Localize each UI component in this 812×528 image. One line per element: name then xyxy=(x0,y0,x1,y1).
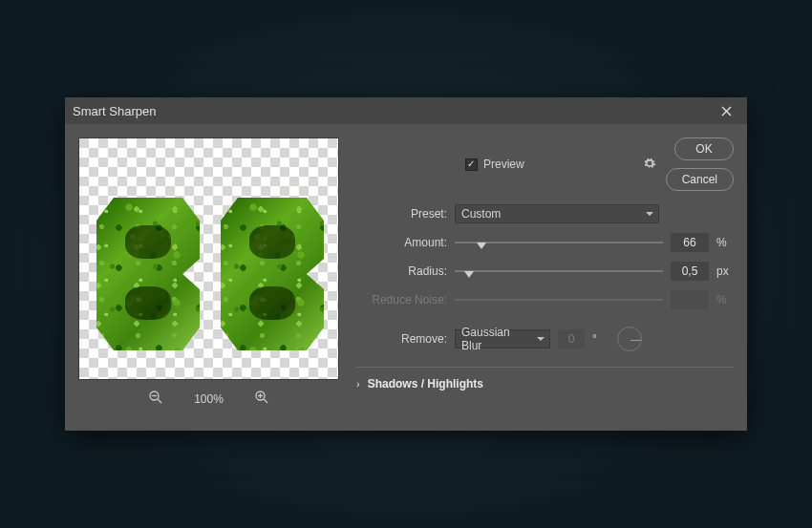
radius-input[interactable]: 0,5 xyxy=(671,262,709,281)
remove-angle-input: 0 xyxy=(558,329,585,348)
radius-slider[interactable] xyxy=(455,262,663,281)
radius-unit: px xyxy=(716,264,734,278)
smart-sharpen-dialog: Smart Sharpen 100% xyxy=(65,97,747,431)
reduce-noise-unit: % xyxy=(716,293,734,306)
chevron-right-icon: › xyxy=(356,378,360,390)
shadows-highlights-section[interactable]: › Shadows / Highlights xyxy=(356,377,734,391)
reduce-noise-slider xyxy=(455,290,663,309)
amount-unit: % xyxy=(716,236,734,249)
titlebar: Smart Sharpen xyxy=(65,97,747,124)
radius-row: Radius: 0,5 px xyxy=(356,258,734,285)
preview-image[interactable] xyxy=(78,137,339,380)
svg-line-1 xyxy=(158,399,161,403)
angle-dial[interactable] xyxy=(617,327,642,351)
preview-checkbox-label: Preview xyxy=(483,158,524,171)
divider xyxy=(356,367,734,368)
preset-row: Preset: Custom xyxy=(356,201,734,227)
reduce-noise-row: Reduce Noise: % xyxy=(356,286,734,313)
remove-row: Remove: Gaussian Blur 0 ° xyxy=(356,323,734,355)
svg-line-4 xyxy=(264,399,267,403)
preset-label: Preset: xyxy=(356,207,447,221)
section-label: Shadows / Highlights xyxy=(368,377,483,391)
reduce-noise-input xyxy=(671,290,709,309)
cancel-button[interactable]: Cancel xyxy=(666,168,734,191)
preset-select[interactable]: Custom xyxy=(455,204,659,223)
amount-input[interactable]: 66 xyxy=(671,233,709,252)
amount-label: Amount: xyxy=(356,236,447,249)
amount-slider[interactable] xyxy=(455,233,663,252)
zoom-in-button[interactable] xyxy=(254,390,269,408)
controls-panel: ✓ Preview OK Cancel Preset: Custom Amoun… xyxy=(356,137,734,417)
preview-checkbox[interactable]: ✓ xyxy=(465,158,478,171)
dialog-title: Smart Sharpen xyxy=(73,104,156,118)
remove-angle-unit: ° xyxy=(592,332,609,346)
reduce-noise-label: Reduce Noise: xyxy=(356,293,447,306)
zoom-level: 100% xyxy=(194,392,224,406)
amount-row: Amount: 66 % xyxy=(356,229,734,256)
zoom-out-button[interactable] xyxy=(148,390,163,408)
preview-panel: 100% xyxy=(78,137,339,417)
ok-button[interactable]: OK xyxy=(674,137,734,160)
radius-label: Radius: xyxy=(356,264,447,278)
close-button[interactable] xyxy=(713,97,739,124)
remove-select[interactable]: Gaussian Blur xyxy=(455,329,550,348)
remove-label: Remove: xyxy=(356,332,447,346)
settings-gear-icon[interactable] xyxy=(643,157,656,173)
